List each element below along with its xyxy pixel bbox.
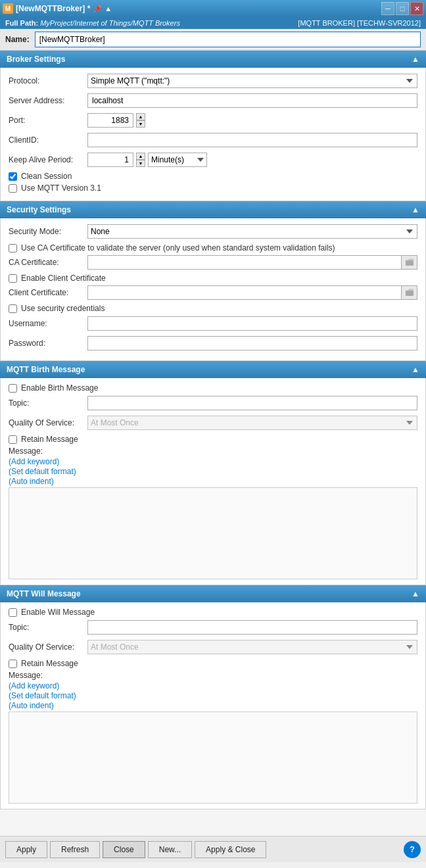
window-title: [NewMQTTBroker] * — [16, 4, 90, 13]
ca-cert-note-checkbox[interactable] — [9, 244, 17, 253]
enable-will-checkbox[interactable] — [9, 608, 17, 617]
use-mqtt-label: Use MQTT Version 3.1 — [21, 183, 101, 193]
security-mode-select[interactable]: None — [87, 224, 417, 239]
broker-settings-header: Broker Settings ▲ — [0, 51, 426, 68]
enable-birth-checkbox[interactable] — [9, 384, 17, 393]
will-qos-select[interactable]: At Most Once — [87, 640, 417, 654]
password-input[interactable] — [87, 336, 417, 350]
clientid-label: ClientID: — [9, 135, 87, 145]
broker-settings-title: Broker Settings — [7, 55, 65, 64]
protocol-select[interactable]: Simple MQTT ("mqtt:") — [87, 74, 417, 88]
keepalive-label: Keep Alive Period: — [9, 155, 87, 164]
birth-topic-label: Topic: — [9, 398, 87, 408]
birth-message-header: MQTT Birth Message ▲ — [0, 361, 426, 378]
apply-button[interactable]: Apply — [5, 841, 47, 858]
enable-will-label: Enable Will Message — [21, 608, 95, 617]
help-button[interactable]: ? — [404, 841, 421, 858]
use-security-cred-checkbox[interactable] — [9, 304, 17, 313]
will-retain-row: Retain Message — [9, 659, 417, 668]
broker-id: [MQTT BROKER] [TECHW-SVR2012] — [298, 19, 421, 27]
birth-topic-row: Topic: — [9, 395, 417, 411]
refresh-button[interactable]: Refresh — [50, 841, 100, 858]
app-icon: M — [3, 3, 13, 14]
use-mqtt-checkbox[interactable] — [9, 184, 17, 193]
window-controls: ─ □ ✕ — [381, 2, 423, 15]
enable-will-row: Enable Will Message — [9, 608, 417, 617]
birth-message-section: MQTT Birth Message ▲ Enable Birth Messag… — [0, 361, 426, 585]
birth-retain-checkbox[interactable] — [9, 435, 17, 444]
enable-client-cert-checkbox[interactable] — [9, 274, 17, 283]
security-settings-collapse[interactable]: ▲ — [412, 205, 419, 214]
ca-cert-input[interactable] — [87, 255, 402, 270]
will-topic-label: Topic: — [9, 623, 87, 632]
use-security-cred-label: Use security credentials — [21, 304, 105, 313]
password-row: Password: — [9, 335, 417, 351]
minimize-button[interactable]: ─ — [381, 2, 394, 15]
name-input[interactable] — [35, 32, 421, 47]
keepalive-down-button[interactable]: ▼ — [136, 160, 145, 167]
birth-add-keyword-link[interactable]: (Add keyword) — [9, 457, 417, 466]
enable-client-cert-label: Enable Client Certificate — [21, 274, 106, 283]
will-message-title: MQTT Will Message — [7, 589, 81, 598]
use-security-cred-row: Use security credentials — [9, 304, 417, 313]
close-window-button[interactable]: ✕ — [410, 2, 423, 15]
clientid-row: ClientID: — [9, 132, 417, 148]
keepalive-number-group: ▲ ▼ Minute(s) — [87, 153, 207, 167]
port-down-button[interactable]: ▼ — [136, 120, 145, 128]
apply-close-button[interactable]: Apply & Close — [195, 841, 266, 858]
birth-qos-select[interactable]: At Most Once — [87, 416, 417, 430]
bottom-toolbar: Apply Refresh Close New... Apply & Close… — [0, 836, 426, 862]
port-label: Port: — [9, 116, 87, 125]
keepalive-input[interactable] — [87, 153, 133, 167]
port-up-button[interactable]: ▲ — [136, 113, 145, 120]
security-mode-label: Security Mode: — [9, 227, 87, 236]
enable-birth-label: Enable Birth Message — [21, 383, 98, 393]
birth-topic-input[interactable] — [87, 396, 417, 410]
pin-icon[interactable]: 📌 — [93, 5, 102, 13]
path-bar: Full Path: MyProject/Internet of Things/… — [0, 17, 426, 29]
close-button[interactable]: Close — [103, 841, 145, 858]
clean-session-checkbox[interactable] — [9, 172, 17, 181]
keepalive-up-button[interactable]: ▲ — [136, 153, 145, 160]
up-icon[interactable]: ▲ — [105, 5, 112, 12]
will-retain-label: Retain Message — [21, 659, 78, 668]
maximize-button[interactable]: □ — [396, 2, 409, 15]
folder-icon2 — [406, 289, 414, 297]
clean-session-label: Clean Session — [21, 172, 72, 181]
birth-message-title: MQTT Birth Message — [7, 365, 85, 374]
client-cert-input[interactable] — [87, 285, 402, 300]
birth-message-body: Enable Birth Message Topic: Quality Of S… — [0, 378, 426, 585]
security-settings-header: Security Settings ▲ — [0, 201, 426, 218]
clientid-input[interactable] — [87, 133, 417, 147]
birth-message-collapse[interactable]: ▲ — [412, 365, 419, 374]
birth-qos-label: Quality Of Service: — [9, 418, 87, 427]
birth-set-default-format-link[interactable]: (Set default format) — [9, 467, 417, 476]
birth-message-area[interactable] — [9, 487, 417, 579]
security-settings-body: Security Mode: None Use CA Certificate t… — [0, 218, 426, 361]
port-number-group: ▲ ▼ — [87, 113, 145, 128]
ca-cert-browse-button[interactable] — [402, 255, 417, 270]
password-label: Password: — [9, 339, 87, 348]
server-address-input[interactable] — [87, 93, 417, 108]
security-mode-row: Security Mode: None — [9, 224, 417, 239]
will-message-links: (Add keyword) (Set default format) (Auto… — [9, 681, 417, 710]
broker-settings-collapse[interactable]: ▲ — [412, 55, 419, 64]
keepalive-unit-select[interactable]: Minute(s) — [148, 153, 207, 167]
birth-message-label: Message: — [9, 446, 417, 456]
will-topic-input[interactable] — [87, 620, 417, 635]
will-retain-checkbox[interactable] — [9, 660, 17, 668]
birth-auto-indent-link[interactable]: (Auto indent) — [9, 477, 417, 486]
will-add-keyword-link[interactable]: (Add keyword) — [9, 681, 417, 690]
will-message-area[interactable] — [9, 711, 417, 804]
keepalive-row: Keep Alive Period: ▲ ▼ Minute(s) — [9, 152, 417, 168]
will-message-header: MQTT Will Message ▲ — [0, 585, 426, 602]
port-input[interactable] — [87, 113, 133, 128]
new-button[interactable]: New... — [148, 841, 192, 858]
main-content: Broker Settings ▲ Protocol: Simple MQTT … — [0, 51, 426, 836]
will-set-default-format-link[interactable]: (Set default format) — [9, 691, 417, 700]
username-input[interactable] — [87, 316, 417, 331]
client-cert-browse-button[interactable] — [402, 285, 417, 300]
will-auto-indent-link[interactable]: (Auto indent) — [9, 701, 417, 710]
will-message-collapse[interactable]: ▲ — [412, 589, 419, 598]
security-settings-section: Security Settings ▲ Security Mode: None … — [0, 201, 426, 361]
